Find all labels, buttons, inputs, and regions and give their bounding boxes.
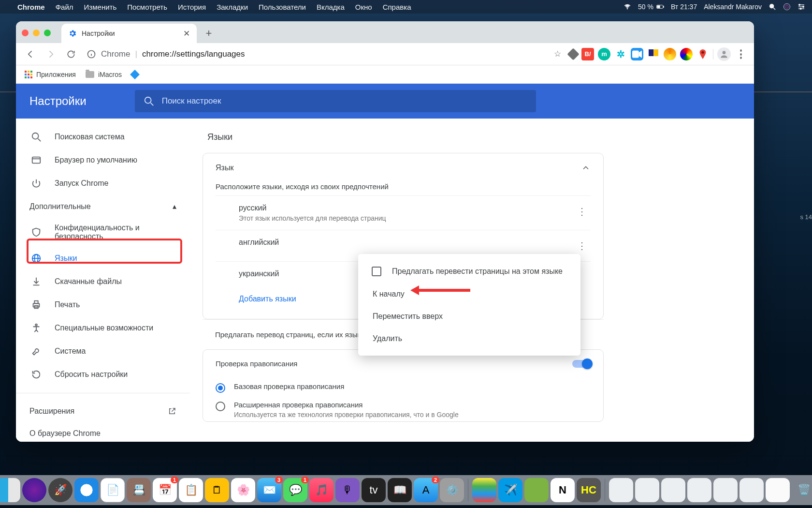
extension-icon[interactable] [631, 48, 643, 60]
checkbox-icon[interactable] [372, 267, 381, 276]
dock-app-hc[interactable]: HC [577, 478, 601, 502]
window-maximize-button[interactable] [44, 30, 51, 36]
menubar-item[interactable]: Вкладка [317, 3, 345, 11]
dock-stack[interactable] [740, 478, 764, 502]
dock-app-messages[interactable]: 💬1 [283, 478, 307, 502]
dock-app-music[interactable]: 🎵 [309, 478, 334, 502]
sidebar-advanced-toggle[interactable]: Дополнительные ▴ [16, 195, 190, 218]
dock-stack[interactable] [661, 478, 685, 502]
dock-app-photos[interactable]: 🌸 [231, 478, 255, 502]
menu-item-move-up[interactable]: Переместить вверх [358, 305, 580, 328]
sidebar-item-accessibility[interactable]: Специальные возможности [16, 316, 190, 340]
spellcheck-enhanced-option[interactable]: Расширенная проверка правописания Исполь… [203, 396, 603, 421]
dock-app-calendar[interactable]: 📅1 [153, 478, 177, 502]
more-actions-button[interactable]: ⋮ [573, 238, 591, 254]
spotlight-icon[interactable] [768, 3, 776, 11]
siri-icon[interactable] [783, 3, 791, 11]
chrome-menu-button[interactable]: ⋮ [735, 48, 747, 60]
extension-icon[interactable]: В/ [581, 48, 594, 60]
sidebar-item-reset[interactable]: Сбросить настройки [16, 363, 190, 386]
menubar-item[interactable]: Посмотреть [127, 3, 167, 11]
dock-app-mail[interactable]: ✉️3 [257, 478, 281, 502]
dock-app-spreadnote[interactable] [524, 478, 549, 502]
dock-app-finder[interactable] [0, 478, 20, 502]
tab-close-button[interactable]: ✕ [183, 29, 190, 39]
dock-app-safari[interactable] [74, 478, 99, 502]
browser-tab[interactable]: Настройки ✕ [61, 24, 197, 43]
dock-app-contacts[interactable]: 📇 [127, 478, 151, 502]
window-minimize-button[interactable] [33, 30, 40, 36]
menubar-datetime[interactable]: Вт 21:37 [671, 3, 697, 11]
extension-icon[interactable] [647, 48, 660, 60]
dock-app-notion[interactable]: N [551, 478, 575, 502]
menubar-item[interactable]: Изменить [84, 3, 117, 11]
extension-icon[interactable] [567, 48, 579, 60]
menubar-item[interactable]: История [178, 3, 206, 11]
dock-trash[interactable]: 🗑️ [792, 478, 812, 502]
sidebar-item-search-engine[interactable]: Поисковая система [16, 125, 190, 149]
window-close-button[interactable] [22, 30, 29, 36]
dock-app-books[interactable]: 📖 [388, 478, 412, 502]
dock-app-settings[interactable]: ⚙️ [440, 478, 464, 502]
more-actions-button[interactable]: ⋮ [573, 204, 591, 219]
extension-icon[interactable] [664, 48, 676, 60]
dock-app-notes[interactable]: 🗒 [205, 478, 229, 502]
sidebar-item-system[interactable]: Система [16, 340, 190, 363]
dock-app-reminders[interactable]: 📋 [179, 478, 203, 502]
battery-status[interactable]: 50 % [638, 3, 664, 11]
sidebar-item-languages[interactable]: Языки [16, 247, 190, 270]
dock-app-textedit[interactable]: 📄 [101, 478, 125, 502]
extension-icon[interactable]: ✲ [614, 48, 627, 60]
settings-search-input[interactable] [162, 96, 527, 106]
dock-stack[interactable] [713, 478, 738, 502]
dock-app-siri[interactable] [22, 478, 46, 502]
menubar-item[interactable]: Пользователи [259, 3, 306, 11]
menubar-username[interactable]: Aleksandr Makarov [704, 3, 762, 11]
dock-app-chrome[interactable] [472, 478, 496, 502]
dock-app-podcasts[interactable]: 🎙 [335, 478, 360, 502]
sidebar-item-downloads[interactable]: Скачанные файлы [16, 270, 190, 293]
address-bar[interactable]: Chrome | chrome://settings/languages ☆ [84, 46, 564, 62]
dock-stack[interactable] [766, 478, 790, 502]
card-header[interactable]: Язык [203, 153, 603, 182]
profile-avatar[interactable] [717, 47, 731, 61]
site-info-icon[interactable] [87, 49, 96, 59]
radio-button-icon[interactable] [216, 383, 225, 393]
wifi-icon[interactable] [624, 3, 631, 11]
menu-item-to-top[interactable]: К началу [358, 283, 580, 305]
menu-item-offer-translate[interactable]: Предлагать перевести страницы на этом яз… [358, 260, 580, 283]
dock-stack[interactable] [687, 478, 711, 502]
menu-item-delete[interactable]: Удалить [358, 328, 580, 350]
bookmark-item[interactable] [131, 71, 138, 78]
sidebar-item-about[interactable]: О браузере Chrome [16, 422, 190, 442]
bookmark-star-icon[interactable]: ☆ [554, 49, 561, 59]
dock-app-telegram[interactable]: ✈️ [498, 478, 522, 502]
sidebar-item-default-browser[interactable]: Браузер по умолчанию [16, 149, 190, 172]
extension-icon[interactable] [696, 48, 709, 60]
forward-button[interactable] [43, 46, 58, 62]
dock-stack[interactable] [609, 478, 633, 502]
apps-shortcut[interactable]: Приложения [25, 71, 76, 78]
dock-app-tv[interactable]: tv [362, 478, 386, 502]
menubar-item[interactable]: Файл [56, 3, 73, 11]
radio-button-icon[interactable] [216, 402, 225, 411]
dock-app-appstore[interactable]: A2 [414, 478, 438, 502]
dock-stack[interactable] [635, 478, 659, 502]
sidebar-item-onstartup[interactable]: Запуск Chrome [16, 172, 190, 195]
new-tab-button[interactable]: + [201, 25, 217, 42]
spellcheck-toggle[interactable] [572, 360, 591, 368]
menubar-app-name[interactable]: Chrome [17, 3, 45, 11]
bookmark-folder[interactable]: iMacros [86, 71, 122, 78]
extension-icon[interactable]: m [598, 48, 610, 60]
sidebar-item-extensions[interactable]: Расширения [16, 400, 190, 422]
dock-app-launchpad[interactable]: 🚀 [48, 478, 72, 502]
menubar-item[interactable]: Окно [355, 3, 372, 11]
extension-icon[interactable] [680, 48, 693, 60]
sidebar-item-privacy[interactable]: Конфиденциальность и безопасность [16, 218, 190, 247]
sidebar-item-printing[interactable]: Печать [16, 293, 190, 316]
reload-button[interactable] [63, 46, 79, 62]
back-button[interactable] [23, 46, 38, 62]
menubar-item[interactable]: Справка [383, 3, 411, 11]
menubar-item[interactable]: Закладки [217, 3, 248, 11]
spellcheck-basic-option[interactable]: Базовая проверка правописания [203, 377, 603, 396]
